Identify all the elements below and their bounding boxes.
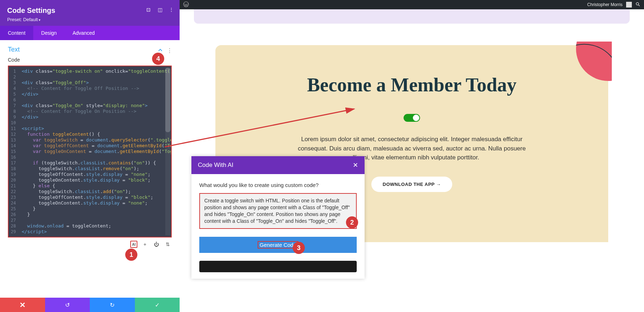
- save-button[interactable]: ✓: [135, 298, 180, 312]
- ai-button[interactable]: AI: [130, 241, 137, 248]
- code-body[interactable]: <div class="toggle-switch on" onclick="t…: [19, 66, 171, 237]
- sort-icon[interactable]: ⇅: [164, 240, 172, 248]
- annotation-2: 2: [346, 216, 358, 229]
- search-icon[interactable]: [635, 2, 640, 8]
- wp-admin-bar[interactable]: Christopher Morris: [180, 0, 644, 9]
- line-gutter: 1234567891011121314151617181920212223242…: [9, 66, 19, 237]
- chevron-up-icon[interactable]: [158, 47, 163, 52]
- settings-tabs: Content Design Advanced: [0, 26, 180, 40]
- settings-sidebar: Code Settings Preset: Default▾ ⊡ ◫ ⋮ Con…: [0, 0, 180, 312]
- scrollbar[interactable]: [165, 68, 170, 235]
- annotation-4: 4: [152, 53, 164, 65]
- tab-content[interactable]: Content: [0, 26, 33, 40]
- preset-selector[interactable]: Preset: Default▾: [7, 17, 172, 22]
- section-title-text[interactable]: Text: [8, 46, 20, 53]
- annotation-3: 3: [293, 242, 305, 254]
- tab-advanced[interactable]: Advanced: [65, 26, 103, 40]
- editor-toolbar: AI + ⏻ ⇅: [0, 237, 180, 248]
- decorative-shape: [555, 42, 612, 88]
- hero-title: Become a Member Today: [244, 74, 580, 96]
- more-icon[interactable]: ⋮: [168, 6, 175, 13]
- code-editor[interactable]: 1234567891011121314151617181920212223242…: [8, 66, 172, 237]
- download-app-button[interactable]: DOWNLOAD THE APP →: [371, 177, 453, 192]
- chevron-down-icon: ▾: [39, 18, 40, 22]
- undo-button[interactable]: ↺: [45, 298, 90, 312]
- cancel-button[interactable]: [0, 298, 45, 312]
- tab-design[interactable]: Design: [33, 26, 65, 40]
- wordpress-icon[interactable]: [183, 1, 189, 8]
- plus-icon[interactable]: +: [141, 240, 149, 248]
- top-strip: [194, 9, 630, 24]
- footer-actions: ↺ ↻ ✓: [0, 298, 180, 312]
- svg-point-1: [636, 3, 639, 5]
- ai-prompt-label: What would you like to create using cust…: [199, 182, 357, 188]
- svg-point-2: [576, 42, 612, 81]
- ai-prompt-input[interactable]: Create a toggle switch with HTML. Positi…: [199, 193, 357, 229]
- close-icon[interactable]: ✕: [353, 161, 358, 169]
- generate-code-button[interactable]: Generate Code: [199, 237, 357, 253]
- columns-icon[interactable]: ◫: [157, 6, 163, 13]
- annotation-1: 1: [125, 249, 137, 261]
- avatar[interactable]: [626, 2, 632, 8]
- code-with-ai-modal: Code With AI ✕ What would you like to cr…: [191, 156, 365, 279]
- ai-modal-title: Code With AI: [198, 162, 233, 169]
- panel-header: Code Settings Preset: Default▾ ⊡ ◫ ⋮: [0, 0, 180, 26]
- redo-button[interactable]: ↻: [90, 298, 135, 312]
- power-icon[interactable]: ⏻: [152, 240, 160, 248]
- more-icon[interactable]: ⋮: [167, 47, 172, 52]
- target-icon[interactable]: ⊡: [145, 6, 152, 13]
- toggle-switch[interactable]: [404, 114, 420, 122]
- wp-user-name[interactable]: Christopher Morris: [587, 2, 623, 7]
- result-preview-bar: [199, 261, 357, 272]
